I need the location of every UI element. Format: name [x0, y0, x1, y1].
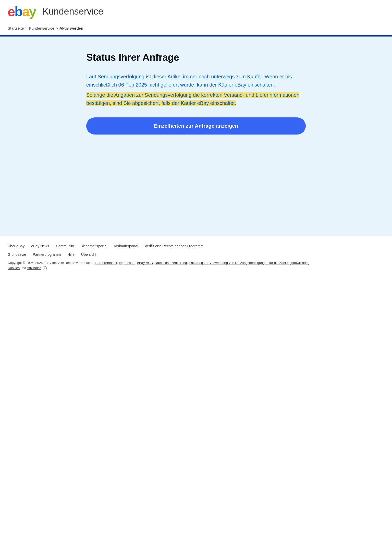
- footer-link-ubersicht[interactable]: Übersicht: [81, 252, 96, 257]
- info-text-block: Laut Sendungsverfolgung ist dieser Artik…: [86, 72, 306, 107]
- main-content: Status Ihrer Anfrage Laut Sendungsverfol…: [0, 37, 392, 236]
- footer-link-sicherheitsportal[interactable]: Sicherheitsportal: [81, 244, 107, 249]
- logo-y: y: [29, 4, 36, 19]
- footer: Über eBay eBay News Community Sicherheit…: [0, 236, 392, 276]
- breadcrumb-kundenservice[interactable]: Kundenservice: [29, 26, 54, 31]
- content-card: Status Ihrer Anfrage Laut Sendungsverfol…: [86, 52, 306, 135]
- breadcrumb-separator-2: >: [56, 26, 58, 31]
- breadcrumb: Startseite > Kundenservice > Aktiv werde…: [0, 23, 392, 35]
- logo-e: e: [8, 4, 15, 19]
- footer-link-grundsatze[interactable]: Grundsätze: [8, 252, 26, 257]
- footer-link-erklarung[interactable]: Erklärung zur Verwendung von Nutzungsbed…: [189, 261, 310, 265]
- page-title: Status Ihrer Anfrage: [86, 52, 306, 64]
- footer-link-ebay-news[interactable]: eBay News: [31, 244, 49, 249]
- logo-b: b: [15, 4, 22, 19]
- breadcrumb-separator-1: >: [25, 26, 27, 31]
- footer-link-verkauferportal[interactable]: Verkäuferportal: [114, 244, 138, 249]
- breadcrumb-current: Aktiv werden: [59, 26, 83, 31]
- info-text-highlighted: Solange die Angaben zur Sendungsverfolgu…: [86, 92, 299, 106]
- footer-link-barrierefreiheit[interactable]: Barrierefreiheit: [95, 261, 117, 265]
- breadcrumb-startseite[interactable]: Startseite: [8, 26, 24, 31]
- footer-und: und: [21, 266, 26, 270]
- footer-copyright: Copyright © 1995–2025 eBay Inc. Alle Rec…: [8, 260, 384, 271]
- footer-link-datenschutz[interactable]: Datenschutzerklärung: [155, 261, 187, 265]
- header: ebay Kundenservice: [0, 0, 392, 23]
- ebay-logo: ebay: [8, 5, 36, 18]
- footer-link-uber-ebay[interactable]: Über eBay: [8, 244, 24, 249]
- footer-link-partnerprogramm[interactable]: Partnerprogramm: [33, 252, 61, 257]
- footer-link-rechteinhaber[interactable]: Verifizierte Rechteinhaber-Programm: [145, 244, 203, 249]
- page-service-title: Kundenservice: [43, 5, 103, 18]
- footer-link-adchoice[interactable]: AdChoice: [27, 266, 41, 270]
- footer-link-agb[interactable]: eBay-AGB: [137, 261, 153, 265]
- footer-link-hilfe[interactable]: Hilfe: [67, 252, 75, 257]
- adchoice-info-icon[interactable]: i: [43, 266, 47, 270]
- footer-link-community[interactable]: Community: [56, 244, 74, 249]
- info-text-highlighted-wrapper: Solange die Angaben zur Sendungsverfolgu…: [86, 91, 306, 107]
- info-text-normal: Laut Sendungsverfolgung ist dieser Artik…: [86, 72, 306, 89]
- copyright-text: Copyright © 1995–2025 eBay Inc. Alle Rec…: [8, 261, 94, 265]
- cta-button[interactable]: Einzelheiten zur Anfrage anzeigen: [86, 117, 306, 135]
- footer-links-row-1: Über eBay eBay News Community Sicherheit…: [8, 244, 384, 249]
- footer-link-nutzungsbedingungen[interactable]: Cookies: [8, 266, 20, 270]
- logo-a: a: [22, 4, 29, 19]
- footer-links-row-2: Grundsätze Partnerprogramm Hilfe Übersic…: [8, 252, 384, 257]
- footer-link-impressum[interactable]: Impressum: [119, 261, 135, 265]
